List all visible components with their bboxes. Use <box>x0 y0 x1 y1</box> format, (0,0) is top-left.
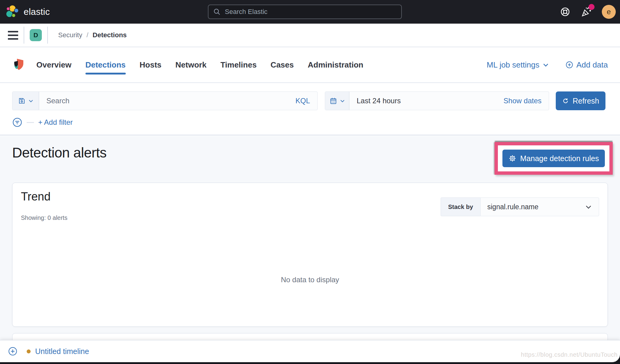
filter-options-button[interactable] <box>12 117 22 127</box>
breadcrumb-separator: / <box>86 31 88 39</box>
stack-by-value: signal.rule.name <box>487 203 538 211</box>
breadcrumb: Security / Detections <box>58 31 127 39</box>
add-data-button[interactable]: Add data <box>565 60 608 70</box>
elastic-brand[interactable]: elastic <box>5 0 50 24</box>
global-search-input[interactable]: Search Elastic <box>208 5 402 19</box>
plus-circle-icon <box>8 346 18 356</box>
show-dates-button[interactable]: Show dates <box>504 97 542 105</box>
search-icon <box>213 8 221 15</box>
user-avatar[interactable]: e <box>602 5 616 19</box>
timeline-add-button[interactable] <box>8 346 18 356</box>
query-bar-section: Search KQL Last 24 hours Show dates <box>0 84 620 135</box>
tab-network[interactable]: Network <box>175 47 207 82</box>
chevron-down-icon <box>340 98 345 104</box>
alert-count-status: Showing: 0 alerts <box>21 214 67 221</box>
kql-search-bar: Search KQL <box>12 91 318 110</box>
menu-button[interactable] <box>8 31 18 40</box>
ml-job-settings-button[interactable]: ML job settings <box>487 60 549 70</box>
elastic-logo-icon <box>5 5 19 19</box>
breadcrumb-security[interactable]: Security <box>58 31 82 39</box>
query-input[interactable]: Search <box>46 97 69 105</box>
nav-actions: ML job settings Add data <box>487 47 608 82</box>
stack-by-label: Stack by <box>441 197 480 216</box>
breadcrumb-bar: D Security / Detections <box>0 24 620 47</box>
filter-icon <box>12 117 22 127</box>
tab-cases[interactable]: Cases <box>271 47 294 82</box>
filter-row: + Add filter <box>12 116 73 129</box>
news-feed-button[interactable] <box>581 6 592 17</box>
refresh-icon <box>562 98 569 104</box>
manage-detection-rules-button[interactable]: Manage detection rules <box>502 150 605 167</box>
trend-panel: Trend Showing: 0 alerts Stack by signal.… <box>12 183 608 327</box>
divider <box>47 27 48 44</box>
timeline-status-dot <box>27 349 31 353</box>
trend-title: Trend <box>21 190 51 203</box>
date-quick-select-button[interactable] <box>325 92 349 110</box>
annotation-highlight-box: Manage detection rules <box>495 142 613 175</box>
space-initial: D <box>33 31 38 39</box>
chevron-down-icon <box>28 98 34 104</box>
stack-by-control: Stack by signal.rule.name <box>441 197 599 216</box>
space-badge[interactable]: D <box>30 29 42 41</box>
security-nav-bar: Overview Detections Hosts Network Timeli… <box>0 47 620 83</box>
nav-tabs: Overview Detections Hosts Network Timeli… <box>36 47 363 82</box>
tab-overview[interactable]: Overview <box>36 47 72 82</box>
divider <box>27 122 34 123</box>
brand-wordmark: elastic <box>24 7 50 17</box>
divider <box>24 27 24 44</box>
date-picker-bar: Last 24 hours Show dates <box>325 91 549 110</box>
breadcrumb-detections: Detections <box>93 31 127 39</box>
chevron-down-icon <box>585 203 592 210</box>
tab-hosts[interactable]: Hosts <box>140 47 162 82</box>
save-icon <box>18 97 26 105</box>
security-shield-icon <box>13 58 24 71</box>
hamburger-icon <box>8 31 18 32</box>
chevron-down-icon <box>542 61 549 68</box>
avatar-initial: e <box>607 8 611 16</box>
time-range-value[interactable]: Last 24 hours <box>357 97 401 105</box>
gear-icon <box>508 154 516 162</box>
empty-chart-message: No data to display <box>12 276 608 284</box>
global-header: elastic Search Elastic <box>0 0 620 24</box>
plus-circle-icon <box>565 61 573 69</box>
notification-dot <box>588 4 595 10</box>
app-window: elastic Search Elastic <box>0 0 620 364</box>
detections-content: Detection alerts Manage detection rules … <box>0 136 620 364</box>
bottom-edge <box>0 362 620 364</box>
calendar-icon <box>329 97 337 105</box>
tab-timelines[interactable]: Timelines <box>220 47 256 82</box>
stack-by-select[interactable]: signal.rule.name <box>480 197 599 216</box>
page-title: Detection alerts <box>12 144 107 161</box>
help-button[interactable] <box>560 7 570 17</box>
life-ring-icon <box>560 7 570 17</box>
kql-language-button[interactable]: KQL <box>295 97 310 105</box>
add-filter-button[interactable]: + Add filter <box>38 118 73 127</box>
global-search-placeholder: Search Elastic <box>225 8 268 16</box>
tab-detections[interactable]: Detections <box>85 47 126 82</box>
watermark-text: https://blog.csdn.net/UbuntuTouch <box>521 351 618 358</box>
header-actions: e <box>560 0 616 24</box>
saved-query-menu-button[interactable] <box>12 92 39 110</box>
refresh-button[interactable]: Refresh <box>556 91 605 110</box>
timeline-title-link[interactable]: Untitled timeline <box>35 347 89 356</box>
tab-administration[interactable]: Administration <box>308 47 363 82</box>
